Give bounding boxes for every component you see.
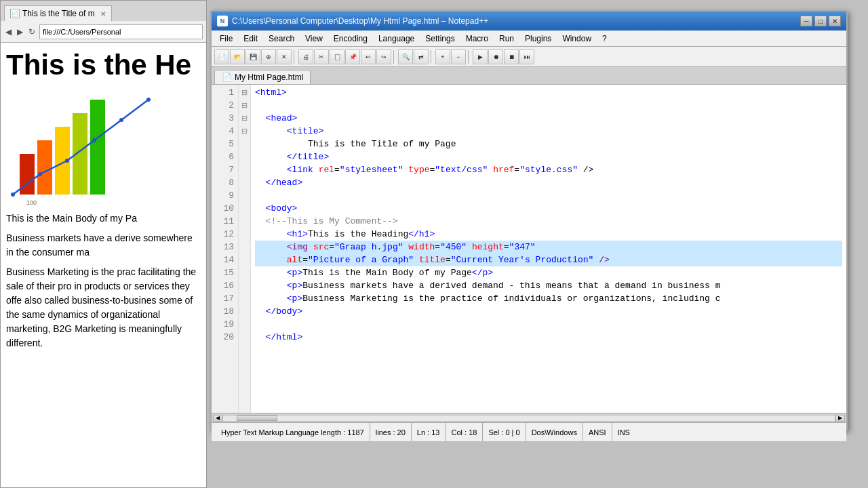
svg-point-10: [146, 98, 151, 102]
code-line-3: <head>: [255, 112, 842, 125]
toolbar-find[interactable]: 🔍: [398, 49, 413, 64]
forward-button[interactable]: ▶: [16, 27, 24, 37]
status-sel: Sel : 0 | 0: [483, 423, 526, 441]
toolbar-save[interactable]: 💾: [245, 49, 260, 64]
toolbar-macro3[interactable]: ⏹: [504, 49, 519, 64]
browser-body-p2: Business markets have a derive somewhere…: [6, 231, 201, 260]
menu-run[interactable]: Run: [494, 33, 519, 45]
menu-view[interactable]: View: [300, 33, 328, 45]
scroll-left[interactable]: ◀: [213, 415, 222, 422]
status-ln: Ln : 13: [412, 423, 446, 441]
browser-body-p1: This is the Main Body of my Pa: [6, 211, 201, 226]
toolbar-macro4[interactable]: ⏭: [519, 49, 534, 64]
notepad-title-left: N C:\Users\Personal Computer\Desktop\My …: [217, 16, 488, 26]
close-button[interactable]: ✕: [829, 16, 841, 26]
refresh-button[interactable]: ↻: [27, 27, 37, 37]
svg-point-5: [11, 192, 15, 197]
fold-column: ⊟⊟⊟ ⊟: [239, 85, 251, 413]
notepad-tab-bar: 📄 My Html Page.html: [212, 67, 846, 85]
code-line-13: <img src="Graap h.jpg" width="450" heigh…: [255, 241, 842, 253]
code-line-6: </title>: [255, 150, 842, 163]
browser-tab-close[interactable]: ✕: [100, 10, 106, 18]
status-file-info: Hyper Text Markup Language length : 1187: [216, 423, 370, 441]
scroll-track[interactable]: [222, 415, 835, 422]
code-line-18: </body>: [255, 305, 842, 318]
menu-help[interactable]: ?: [597, 33, 612, 45]
code-line-20: </html>: [255, 331, 842, 344]
code-line-14: alt="Picture of a Graph" title="Current …: [255, 253, 842, 266]
svg-point-8: [92, 138, 96, 142]
notepad-title-text: C:\Users\Personal Computer\Desktop\My Ht…: [232, 16, 488, 26]
code-line-15: <p>This is the Main Body of my Page</p>: [255, 266, 842, 279]
code-line-9: [255, 189, 842, 202]
scroll-thumb[interactable]: [237, 415, 277, 421]
browser-h1: This is the He: [6, 49, 201, 81]
menu-settings[interactable]: Settings: [420, 33, 460, 45]
toolbar-undo[interactable]: ↩: [361, 49, 376, 64]
svg-rect-4: [90, 100, 105, 195]
menu-macro[interactable]: Macro: [460, 33, 494, 45]
toolbar-replace[interactable]: ⇄: [414, 49, 429, 64]
browser-content: This is the He 100 This: [1, 43, 206, 488]
status-line-ending: Dos\Windows: [526, 423, 583, 441]
svg-rect-1: [37, 140, 52, 195]
notepad-title-bar: N C:\Users\Personal Computer\Desktop\My …: [212, 12, 846, 30]
browser-body-p3: Business Marketing is the prac facilitat…: [6, 265, 201, 350]
maximize-button[interactable]: □: [814, 16, 827, 26]
code-line-2: [255, 99, 842, 112]
menu-plugins[interactable]: Plugins: [519, 33, 557, 45]
browser-window: 📄 This is the Title of m ✕ ◀ ▶ ↻ This is…: [0, 0, 207, 488]
toolbar-redo[interactable]: ↪: [376, 49, 391, 64]
browser-tab[interactable]: 📄 This is the Title of m ✕: [4, 5, 112, 21]
svg-point-7: [65, 159, 69, 163]
menu-encoding[interactable]: Encoding: [328, 33, 373, 45]
minimize-button[interactable]: ─: [800, 16, 812, 26]
code-line-19: [255, 318, 842, 331]
status-encoding: ANSI: [583, 423, 612, 441]
file-tab-name: My Html Page.html: [235, 73, 303, 82]
menu-file[interactable]: File: [214, 33, 238, 45]
browser-tab-bar: 📄 This is the Title of m ✕: [1, 1, 206, 21]
code-line-10: <body>: [255, 202, 842, 215]
code-editor[interactable]: <html> <head> <title> This is the Title …: [251, 85, 846, 413]
menu-language[interactable]: Language: [373, 33, 420, 45]
toolbar-zoomin[interactable]: +: [435, 49, 450, 64]
toolbar-macro1[interactable]: ▶: [473, 49, 488, 64]
code-line-5: This is the Title of my Page: [255, 138, 842, 150]
toolbar-print[interactable]: 🖨: [298, 49, 313, 64]
code-line-7: <link rel="stylesheet" type="text/css" h…: [255, 163, 842, 176]
notepad-app-icon: N: [217, 16, 228, 26]
menu-search[interactable]: Search: [263, 33, 300, 45]
code-line-8: </head>: [255, 176, 842, 189]
code-line-12: <h1>This is the Heading</h1>: [255, 228, 842, 241]
notepad-win-controls: ─ □ ✕: [800, 16, 841, 26]
back-button[interactable]: ◀: [4, 27, 13, 37]
svg-text:100: 100: [26, 199, 37, 206]
toolbar-paste[interactable]: 📌: [345, 49, 360, 64]
file-tab[interactable]: 📄 My Html Page.html: [214, 70, 311, 84]
file-tab-icon: 📄: [222, 73, 232, 82]
toolbar-new[interactable]: 📄: [214, 49, 229, 64]
code-line-4: <title>: [255, 125, 842, 138]
toolbar-saveall[interactable]: ⊕: [261, 49, 276, 64]
svg-point-6: [38, 172, 42, 176]
toolbar-sep1: [294, 50, 296, 64]
toolbar-open[interactable]: 📂: [230, 49, 245, 64]
menu-window[interactable]: Window: [557, 33, 597, 45]
toolbar-copy[interactable]: 📋: [330, 49, 344, 64]
editor-area: 12345 678910 1112131415 1617181920 ⊟⊟⊟ ⊟…: [212, 85, 846, 413]
line-numbers: 12345 678910 1112131415 1617181920: [212, 85, 239, 413]
code-line-16: <p>Business markets have a derived deman…: [255, 279, 842, 292]
address-bar[interactable]: [39, 24, 203, 39]
toolbar-sep3: [431, 50, 433, 64]
menu-edit[interactable]: Edit: [238, 33, 263, 45]
toolbar-sep4: [468, 50, 471, 64]
toolbar-macro2[interactable]: ⏺: [488, 49, 503, 64]
scroll-right[interactable]: ▶: [835, 415, 845, 422]
toolbar-zoomout[interactable]: −: [451, 49, 466, 64]
notepad-menu-bar: File Edit Search View Encoding Language …: [212, 30, 846, 47]
toolbar-cut[interactable]: ✂: [314, 49, 329, 64]
notepad-status-bar: Hyper Text Markup Language length : 1187…: [212, 422, 846, 441]
horizontal-scrollbar[interactable]: ◀ ▶: [212, 413, 846, 422]
toolbar-close[interactable]: ✕: [277, 49, 292, 64]
